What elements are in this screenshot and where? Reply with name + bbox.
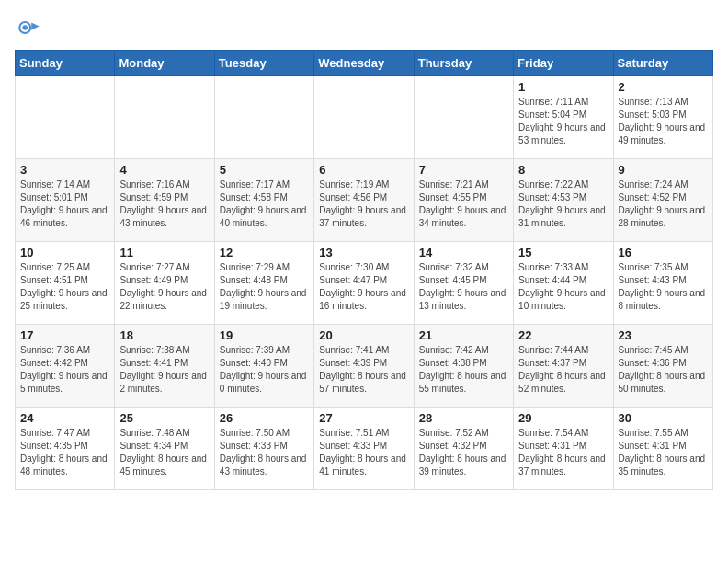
svg-point-2 bbox=[22, 25, 28, 30]
calendar-cell: 11Sunrise: 7:27 AM Sunset: 4:49 PM Dayli… bbox=[115, 242, 214, 325]
day-number: 9 bbox=[619, 163, 708, 177]
day-info: Sunrise: 7:54 AM Sunset: 4:31 PM Dayligh… bbox=[518, 427, 608, 478]
day-number: 29 bbox=[518, 411, 608, 425]
calendar-cell bbox=[115, 76, 214, 159]
calendar-cell: 30Sunrise: 7:55 AM Sunset: 4:31 PM Dayli… bbox=[613, 408, 712, 490]
page-header bbox=[15, 15, 713, 40]
day-number: 4 bbox=[119, 163, 209, 177]
weekday-header-friday: Friday bbox=[514, 51, 613, 76]
day-number: 11 bbox=[119, 246, 209, 259]
day-number: 19 bbox=[220, 328, 309, 342]
day-number: 16 bbox=[619, 246, 708, 259]
calendar-cell: 10Sunrise: 7:25 AM Sunset: 4:51 PM Dayli… bbox=[16, 242, 115, 325]
calendar-cell: 6Sunrise: 7:19 AM Sunset: 4:56 PM Daylig… bbox=[314, 159, 414, 242]
calendar-cell: 24Sunrise: 7:47 AM Sunset: 4:35 PM Dayli… bbox=[16, 408, 115, 490]
day-number: 24 bbox=[20, 411, 109, 425]
weekday-header-sunday: Sunday bbox=[16, 51, 115, 76]
calendar-cell: 26Sunrise: 7:50 AM Sunset: 4:33 PM Dayli… bbox=[214, 408, 313, 490]
day-number: 5 bbox=[220, 163, 309, 177]
calendar-cell: 4Sunrise: 7:16 AM Sunset: 4:59 PM Daylig… bbox=[115, 159, 214, 242]
day-info: Sunrise: 7:36 AM Sunset: 4:42 PM Dayligh… bbox=[20, 344, 109, 396]
day-number: 1 bbox=[518, 80, 608, 94]
calendar-cell: 2Sunrise: 7:13 AM Sunset: 5:03 PM Daylig… bbox=[613, 76, 712, 159]
day-info: Sunrise: 7:13 AM Sunset: 5:03 PM Dayligh… bbox=[619, 96, 708, 147]
day-info: Sunrise: 7:14 AM Sunset: 5:01 PM Dayligh… bbox=[20, 178, 109, 230]
day-info: Sunrise: 7:45 AM Sunset: 4:36 PM Dayligh… bbox=[619, 344, 708, 396]
weekday-header-tuesday: Tuesday bbox=[214, 51, 313, 76]
day-number: 30 bbox=[619, 411, 708, 425]
calendar-cell bbox=[16, 76, 115, 159]
calendar-cell bbox=[414, 76, 513, 159]
day-info: Sunrise: 7:27 AM Sunset: 4:49 PM Dayligh… bbox=[119, 261, 209, 313]
day-info: Sunrise: 7:42 AM Sunset: 4:38 PM Dayligh… bbox=[419, 344, 508, 396]
calendar-cell: 3Sunrise: 7:14 AM Sunset: 5:01 PM Daylig… bbox=[16, 159, 115, 242]
day-info: Sunrise: 7:19 AM Sunset: 4:56 PM Dayligh… bbox=[319, 178, 408, 230]
calendar-header-row: SundayMondayTuesdayWednesdayThursdayFrid… bbox=[16, 51, 713, 76]
day-number: 13 bbox=[319, 246, 408, 259]
day-info: Sunrise: 7:16 AM Sunset: 4:59 PM Dayligh… bbox=[119, 178, 209, 230]
day-info: Sunrise: 7:35 AM Sunset: 4:43 PM Dayligh… bbox=[619, 261, 708, 313]
calendar-cell: 7Sunrise: 7:21 AM Sunset: 4:55 PM Daylig… bbox=[414, 159, 513, 242]
calendar-cell: 12Sunrise: 7:29 AM Sunset: 4:48 PM Dayli… bbox=[214, 242, 313, 325]
calendar-table: SundayMondayTuesdayWednesdayThursdayFrid… bbox=[15, 50, 713, 490]
day-number: 28 bbox=[419, 411, 508, 425]
calendar-cell: 17Sunrise: 7:36 AM Sunset: 4:42 PM Dayli… bbox=[16, 325, 115, 408]
day-number: 17 bbox=[20, 328, 109, 342]
calendar-cell: 15Sunrise: 7:33 AM Sunset: 4:44 PM Dayli… bbox=[514, 242, 613, 325]
day-number: 23 bbox=[619, 328, 708, 342]
day-number: 2 bbox=[619, 80, 708, 94]
day-number: 22 bbox=[518, 328, 608, 342]
day-info: Sunrise: 7:48 AM Sunset: 4:34 PM Dayligh… bbox=[119, 427, 209, 478]
logo bbox=[15, 15, 44, 40]
calendar-cell: 22Sunrise: 7:44 AM Sunset: 4:37 PM Dayli… bbox=[514, 325, 613, 408]
day-number: 26 bbox=[220, 411, 309, 425]
calendar-week-3: 17Sunrise: 7:36 AM Sunset: 4:42 PM Dayli… bbox=[16, 325, 713, 408]
day-info: Sunrise: 7:44 AM Sunset: 4:37 PM Dayligh… bbox=[518, 344, 608, 396]
calendar-cell: 23Sunrise: 7:45 AM Sunset: 4:36 PM Dayli… bbox=[613, 325, 712, 408]
calendar-cell: 21Sunrise: 7:42 AM Sunset: 4:38 PM Dayli… bbox=[414, 325, 513, 408]
calendar-cell: 1Sunrise: 7:11 AM Sunset: 5:04 PM Daylig… bbox=[514, 76, 613, 159]
svg-marker-3 bbox=[31, 22, 39, 29]
day-info: Sunrise: 7:51 AM Sunset: 4:33 PM Dayligh… bbox=[319, 427, 408, 478]
calendar-cell: 5Sunrise: 7:17 AM Sunset: 4:58 PM Daylig… bbox=[214, 159, 313, 242]
day-info: Sunrise: 7:41 AM Sunset: 4:39 PM Dayligh… bbox=[319, 344, 408, 396]
day-number: 18 bbox=[119, 328, 209, 342]
calendar-cell: 16Sunrise: 7:35 AM Sunset: 4:43 PM Dayli… bbox=[613, 242, 712, 325]
day-info: Sunrise: 7:38 AM Sunset: 4:41 PM Dayligh… bbox=[119, 344, 209, 396]
weekday-header-wednesday: Wednesday bbox=[314, 51, 414, 76]
calendar-cell: 27Sunrise: 7:51 AM Sunset: 4:33 PM Dayli… bbox=[314, 408, 414, 490]
calendar-cell: 19Sunrise: 7:39 AM Sunset: 4:40 PM Dayli… bbox=[214, 325, 313, 408]
day-info: Sunrise: 7:33 AM Sunset: 4:44 PM Dayligh… bbox=[518, 261, 608, 313]
day-info: Sunrise: 7:24 AM Sunset: 4:52 PM Dayligh… bbox=[619, 178, 708, 230]
calendar-cell: 14Sunrise: 7:32 AM Sunset: 4:45 PM Dayli… bbox=[414, 242, 513, 325]
day-number: 21 bbox=[419, 328, 508, 342]
day-info: Sunrise: 7:25 AM Sunset: 4:51 PM Dayligh… bbox=[20, 261, 109, 313]
day-number: 12 bbox=[220, 246, 309, 259]
calendar-cell bbox=[214, 76, 313, 159]
day-number: 6 bbox=[319, 163, 408, 177]
weekday-header-monday: Monday bbox=[115, 51, 214, 76]
day-number: 10 bbox=[20, 246, 109, 259]
calendar-cell: 28Sunrise: 7:52 AM Sunset: 4:32 PM Dayli… bbox=[414, 408, 513, 490]
day-info: Sunrise: 7:17 AM Sunset: 4:58 PM Dayligh… bbox=[220, 178, 309, 230]
day-info: Sunrise: 7:29 AM Sunset: 4:48 PM Dayligh… bbox=[220, 261, 309, 313]
calendar-cell: 18Sunrise: 7:38 AM Sunset: 4:41 PM Dayli… bbox=[115, 325, 214, 408]
day-info: Sunrise: 7:55 AM Sunset: 4:31 PM Dayligh… bbox=[619, 427, 708, 478]
day-number: 15 bbox=[518, 246, 608, 259]
day-number: 3 bbox=[20, 163, 109, 177]
calendar-cell bbox=[314, 76, 414, 159]
calendar-week-4: 24Sunrise: 7:47 AM Sunset: 4:35 PM Dayli… bbox=[16, 408, 713, 490]
calendar-cell: 9Sunrise: 7:24 AM Sunset: 4:52 PM Daylig… bbox=[613, 159, 712, 242]
calendar-body: 1Sunrise: 7:11 AM Sunset: 5:04 PM Daylig… bbox=[16, 76, 713, 490]
weekday-header-saturday: Saturday bbox=[613, 51, 712, 76]
calendar-cell: 13Sunrise: 7:30 AM Sunset: 4:47 PM Dayli… bbox=[314, 242, 414, 325]
calendar-week-1: 3Sunrise: 7:14 AM Sunset: 5:01 PM Daylig… bbox=[16, 159, 713, 242]
calendar-cell: 29Sunrise: 7:54 AM Sunset: 4:31 PM Dayli… bbox=[514, 408, 613, 490]
day-info: Sunrise: 7:39 AM Sunset: 4:40 PM Dayligh… bbox=[220, 344, 309, 396]
day-number: 27 bbox=[319, 411, 408, 425]
day-info: Sunrise: 7:21 AM Sunset: 4:55 PM Dayligh… bbox=[419, 178, 508, 230]
day-number: 7 bbox=[419, 163, 508, 177]
calendar-cell: 25Sunrise: 7:48 AM Sunset: 4:34 PM Dayli… bbox=[115, 408, 214, 490]
day-info: Sunrise: 7:50 AM Sunset: 4:33 PM Dayligh… bbox=[220, 427, 309, 478]
day-info: Sunrise: 7:22 AM Sunset: 4:53 PM Dayligh… bbox=[518, 178, 608, 230]
